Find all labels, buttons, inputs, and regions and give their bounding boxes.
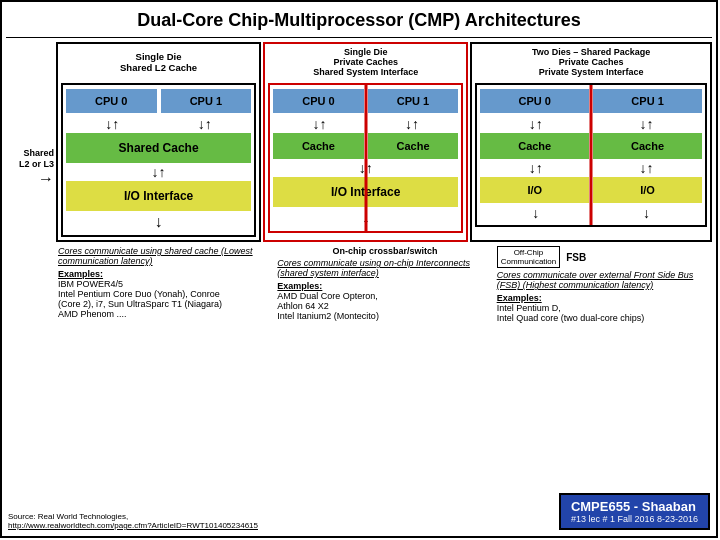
arch3-io1: I/O (593, 177, 702, 203)
col2-note: Cores communicate using on-chip Intercon… (277, 258, 492, 278)
col2-examples: AMD Dual Core Opteron, Athlon 64 X2 Inte… (277, 291, 492, 321)
arch3-cpu-row: CPU 0 CPU 1 (480, 89, 702, 113)
badge-title: CMPE655 - Shaaban (571, 499, 696, 514)
arch1-shared-cache: Shared Cache (66, 133, 251, 163)
arch2-title: Single DiePrivate CachesShared System In… (265, 44, 466, 80)
arch3-arrows2: ↓↑↓↑ (480, 161, 702, 175)
col1-examples: IBM POWER4/5 Intel Pentium Core Duo (Yon… (58, 279, 273, 319)
arch3-cpu1: CPU 1 (593, 89, 702, 113)
arch2-cpu0: CPU 0 (273, 89, 364, 113)
arch2-io: I/O Interface (273, 177, 458, 207)
arch1-io: I/O Interface (66, 181, 251, 211)
arch1-inner: CPU 0 CPU 1 ↓↑↓↑ Shared Cache ↓↑ I/O Int… (61, 83, 256, 237)
badge-sub: #13 lec # 1 Fall 2016 8-23-2016 (571, 514, 698, 524)
arch3-ios: I/O I/O (480, 177, 702, 203)
bottom-col1: Cores communicate using shared cache (Lo… (58, 246, 273, 319)
arch3-title: Two Dies – Shared PackagePrivate CachesP… (472, 44, 710, 80)
arch2-cache0: Cache (273, 133, 364, 159)
col3-examples: Intel Pentium D, Intel Quad core (two du… (497, 303, 712, 323)
arch1-cpu0: CPU 0 (66, 89, 157, 113)
arch2-caches: Cache Cache (273, 133, 458, 159)
arch2-cache1: Cache (368, 133, 459, 159)
arch3-caches: Cache Cache (480, 133, 702, 159)
arch3-io0: I/O (480, 177, 589, 203)
arch1-block: Single DieShared L2 Cache CPU 0 CPU 1 ↓↑… (56, 42, 261, 242)
col1-examples-title: Examples: (58, 269, 103, 279)
arch3-arrows: ↓↑↓↑ (480, 117, 702, 131)
col1-note: Cores communicate using shared cache (Lo… (58, 246, 273, 266)
arch3-cpu0: CPU 0 (480, 89, 589, 113)
arch3-cache1: Cache (593, 133, 702, 159)
page-container: Dual-Core Chip-Multiprocessor (CMP) Arch… (0, 0, 718, 538)
off-chip-label: Off-Chip Communication (497, 246, 561, 268)
col3-note: Cores communicate over external Front Si… (497, 270, 712, 290)
col2-examples-title: Examples: (277, 281, 322, 291)
col2-crossbar: On-chip crossbar/switch (277, 246, 492, 256)
bottom-col2: On-chip crossbar/switch Cores communicat… (277, 246, 492, 321)
arch1-arrow-bottom: ↓ (66, 213, 251, 231)
arch2-cpu1: CPU 1 (368, 89, 459, 113)
arch1-cpu-row: CPU 0 CPU 1 (66, 89, 251, 113)
arch2-arrow-bottom: ↓ (273, 209, 458, 227)
bottom-col3: Off-Chip Communication FSB Cores communi… (497, 246, 712, 323)
source-line: Source: Real World Technologies, http://… (8, 512, 258, 530)
shared-l2-label: SharedL2 or L3 (19, 148, 54, 170)
arch2-cpu-row: CPU 0 CPU 1 (273, 89, 458, 113)
arch3-cache0: Cache (480, 133, 589, 159)
arch2-arrows: ↓↑↓↑ (273, 117, 458, 131)
arch3-arrows3: ↓↓ (480, 205, 702, 221)
arch2-inner: CPU 0 CPU 1 ↓↑↓↑ Cache Cache ↓↑ I/O Inte… (268, 83, 463, 233)
bottom-section: Cores communicate using shared cache (Lo… (58, 246, 712, 323)
page-title: Dual-Core Chip-Multiprocessor (CMP) Arch… (6, 6, 712, 38)
arch1-arrow-io: ↓↑ (66, 165, 251, 179)
arch3-inner: CPU 0 CPU 1 ↓↑↓↑ Cache Cache ↓↑↓↑ I/O I/… (475, 83, 707, 227)
arch1-arrows: ↓↑↓↑ (66, 117, 251, 131)
arch1-cpu1: CPU 1 (161, 89, 252, 113)
arch2-arrow-io: ↓↑ (273, 161, 458, 175)
badge-block: CMPE655 - Shaaban #13 lec # 1 Fall 2016 … (559, 493, 710, 530)
arch2-block: Single DiePrivate CachesShared System In… (263, 42, 468, 242)
source-url: http://www.realworldtech.com/page.cfm?Ar… (8, 521, 258, 530)
arch3-block: Two Dies – Shared PackagePrivate CachesP… (470, 42, 712, 242)
arch1-title: Single DieShared L2 Cache (58, 44, 259, 80)
col3-examples-title: Examples: (497, 293, 542, 303)
source-text: Source: Real World Technologies, (8, 512, 258, 521)
fsb-label: FSB (566, 252, 586, 263)
